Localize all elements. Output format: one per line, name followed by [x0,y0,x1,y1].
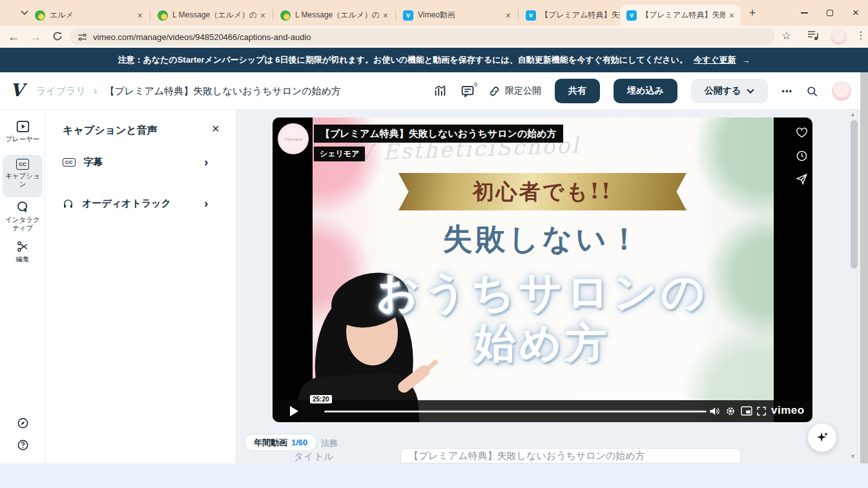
help-icon[interactable] [17,439,29,451]
renew-now-link[interactable]: 今すぐ更新 [694,54,736,66]
captions-audio-panel: キャプションと音声 × CC 字幕 › オーディオトラック › [45,110,236,463]
banner-text: 注意：あなたのStarterメンバーシップは 6日後に期限が切れます。お使いの機… [118,54,687,66]
sidebar-item-edit[interactable]: 編集 [0,240,45,263]
like-heart-icon[interactable] [796,127,808,138]
video-player[interactable]: .EV EstheticiSchool 初心者でも!! 失敗しない！ おうちサロ… [273,117,812,422]
tab-separator [518,10,519,21]
audio-tracks-row[interactable]: オーディオトラック [63,198,171,210]
video-title-label: タイトル [294,451,333,463]
reading-list-icon[interactable] [807,30,820,41]
tab-title: L Message（エルメ）の友だ [172,10,256,21]
audio-tracks-chevron-icon[interactable]: › [204,196,208,210]
explore-compass-icon[interactable] [17,417,29,429]
video-overlay-title[interactable]: 【プレミアム特典】失敗しないおうちサロンの始め方 [314,125,563,143]
browser-profile-avatar[interactable] [831,28,847,45]
browser-tab[interactable]: L Message（エルメ）の友だ × [151,5,272,26]
privacy-setting[interactable]: 限定公開 [488,85,541,97]
tab-close-icon[interactable]: × [138,10,143,21]
search-icon[interactable] [806,85,818,97]
duration-tooltip: 25:20 [310,395,332,403]
stats-icon[interactable] [433,84,448,98]
sidebar-item-label: キャプション [3,172,42,188]
plan-usage-pill[interactable]: 年間動画 1/60 [244,434,317,451]
ai-assistant-button[interactable] [808,423,836,452]
window-maximize-button[interactable] [822,5,838,21]
reload-button[interactable] [52,30,63,42]
more-actions-icon[interactable]: ••• [781,86,792,96]
window-close-button[interactable]: × [847,5,864,21]
browser-menu-kebab-icon[interactable]: ⋮ [856,29,866,41]
fullscreen-icon[interactable] [756,406,767,416]
panel-title: キャプションと音声 [63,124,158,137]
browser-tab[interactable]: L Message（エルメ）のステ × [274,5,395,26]
publish-dropdown-button[interactable]: 公開する [691,79,769,103]
window-minimize-button[interactable] [796,5,812,21]
scissors-icon [16,240,29,253]
lmessage-favicon [158,10,168,21]
page-scrollbar[interactable] [860,72,868,463]
back-button[interactable]: ← [8,28,19,45]
plan-count: 1/60 [291,438,307,447]
volume-icon[interactable] [709,406,720,416]
sidebar-item-label: プレーヤー [5,135,39,143]
banner-arrow-icon: → [742,56,750,65]
play-button[interactable] [290,406,298,416]
bookmark-star-icon[interactable]: ☆ [781,29,791,43]
captions-cc-icon: CC [16,159,29,170]
subtitles-cc-icon: CC [63,158,76,167]
scroll-down-arrow[interactable]: ▼ [850,453,856,460]
channel-avatar[interactable]: Cherimoi [278,123,309,154]
share-button[interactable]: 共有 [555,79,600,103]
url-text: vimeo.com/manage/videos/948520466/captio… [93,32,311,42]
tab-close-icon[interactable]: × [506,10,511,21]
video-title-input[interactable]: 【プレミアム特典】失敗しないおうちサロンの始め方 [400,448,741,463]
notes-icon[interactable]: 0 [461,85,475,97]
publish-label: 公開する [705,85,741,97]
sidebar-item-interactive[interactable]: インタラクティブ [0,200,45,232]
tab-close-icon[interactable]: × [260,10,265,21]
browser-tab[interactable]: v Vimeo動画 × [397,5,517,26]
new-tab-button[interactable]: + [744,5,761,21]
vimeo-favicon: v [403,10,413,21]
share-send-icon[interactable] [796,173,808,185]
progress-bar[interactable] [324,411,707,412]
panel-close-icon[interactable]: × [212,121,220,136]
channel-name-badge[interactable]: シェリモア [314,147,365,161]
notes-count-badge: 0 [474,81,477,88]
forward-button[interactable]: → [30,28,41,45]
vimeo-logo[interactable]: V [10,80,24,100]
subtitles-row[interactable]: CC 字幕 [63,156,103,168]
breadcrumb-library-link[interactable]: ライブラリ [36,85,86,97]
lmessage-favicon [280,10,291,21]
address-bar[interactable]: vimeo.com/manage/videos/948520466/captio… [70,28,775,45]
vimeo-header: V ライブラリ › 【プレミアム特典】失敗しないおうちサロンの始め方 0 限定公… [0,72,868,110]
site-settings-icon[interactable] [78,32,87,42]
thumbnail-headline-3: 始め方 [273,315,812,371]
audio-tracks-label: オーディオトラック [82,198,171,210]
player-control-bar: 25:20 vimeo [273,400,812,422]
tab-separator [273,10,273,21]
tool-sidebar: プレーヤー CC キャプション インタラクティブ 編集 [0,110,45,463]
user-avatar[interactable] [832,81,851,101]
subtitles-chevron-icon[interactable]: › [204,155,208,169]
picture-in-picture-icon[interactable] [741,406,752,416]
legal-tab[interactable]: 法務 [321,438,338,449]
sidebar-item-player[interactable]: プレーヤー [0,120,45,143]
tab-close-icon[interactable]: × [729,10,734,21]
tab-title: 【プレミアム特典】失敗しないお [641,10,725,21]
content-scrollbar-thumb[interactable] [851,120,858,269]
subtitles-label: 字幕 [84,156,103,168]
scroll-up-arrow[interactable]: ▲ [850,111,856,117]
breadcrumb-chevron-icon: › [94,85,98,97]
vimeo-wordmark[interactable]: vimeo [771,404,805,417]
browser-tab[interactable]: エルメ × [28,5,149,26]
thumbnail-ribbon: 初心者でも!! [398,173,687,210]
browser-tab-active[interactable]: v 【プレミアム特典】失敗しないお × [620,5,741,26]
watch-later-clock-icon[interactable] [796,150,808,162]
sidebar-item-captions[interactable]: CC キャプション [0,159,45,188]
tab-close-icon[interactable]: × [383,10,388,21]
settings-gear-icon[interactable] [725,406,736,416]
embed-button[interactable]: 埋め込み [614,79,677,103]
tab-search-chevron-icon[interactable] [21,10,28,15]
link-icon [488,85,501,97]
